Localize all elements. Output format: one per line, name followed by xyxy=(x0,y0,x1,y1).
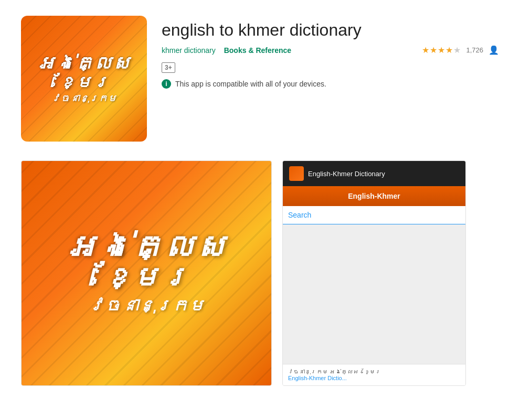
screenshot-large-bg: អង់គ្លេស ខ្មែរ វចនានុក្រម xyxy=(22,161,271,385)
ss-tab-bar[interactable]: English-Khmer xyxy=(283,186,465,206)
app-rating-row: ★ ★ ★ ★ ★ 1,726 👤 xyxy=(422,45,499,55)
star-3: ★ xyxy=(438,45,445,55)
app-icon: អង់គ្លេស ខ្មែរ វចនានុក្រម xyxy=(21,16,147,142)
info-icon: i xyxy=(162,79,171,89)
ss-content-area xyxy=(283,224,465,364)
screenshot-small[interactable]: English-Khmer Dictionary English-Khmer S… xyxy=(282,160,466,386)
screenshot-large[interactable]: អង់គ្លេស ខ្មែរ វចនានុក្រម xyxy=(21,160,272,386)
app-meta: khmer dictionary Books & Reference ★ ★ ★… xyxy=(162,45,499,55)
star-rating: ★ ★ ★ ★ ★ xyxy=(422,45,461,55)
app-icon-line3: វចនានុក្រម xyxy=(37,94,131,104)
age-rating-badge: 3+ xyxy=(162,62,175,73)
ss-app-icon-small xyxy=(289,166,304,181)
app-title: english to khmer dictionary xyxy=(162,20,499,40)
star-2: ★ xyxy=(430,45,437,55)
meta-left: khmer dictionary Books & Reference xyxy=(162,46,291,55)
ss-search-text: Search xyxy=(288,211,311,219)
app-icon-line2: ខ្មែរ xyxy=(37,73,131,92)
app-icon-background: អង់គ្លេស ខ្មែរ វចនានុក្រម xyxy=(21,16,147,142)
ss-footer-text1: វចនានុក្រម អង់គ្លេស ~ ខ្មែរ xyxy=(288,369,460,375)
star-5: ★ xyxy=(453,45,461,55)
screenshot-large-line2: ខ្មែរ xyxy=(34,263,259,292)
app-icon-wrapper: អង់គ្លេស ខ្មែរ វចនានុក្រម xyxy=(21,16,147,142)
ss-tab-label: English-Khmer xyxy=(348,192,400,200)
ss-footer: វចនានុក្រម អង់គ្លេស ~ ខ្មែរ English-Khme… xyxy=(283,364,465,385)
ss-topbar-title: English-Khmer Dictionary xyxy=(308,170,385,178)
app-category-link[interactable]: Books & Reference xyxy=(224,46,291,55)
app-icon-line1: អង់គ្លេស xyxy=(37,53,131,74)
ss-search-bar[interactable]: Search xyxy=(283,206,465,224)
screenshots-section: អង់គ្លេស ខ្មែរ វចនានុក្រម English-Khmer … xyxy=(21,160,499,386)
app-info: english to khmer dictionary khmer dictio… xyxy=(162,16,499,89)
compatibility-text: This app is compatible with all of your … xyxy=(175,80,326,88)
app-header: អង់គ្លេស ខ្មែរ វចនានុក្រម english to khm… xyxy=(21,16,499,142)
ss-topbar: English-Khmer Dictionary xyxy=(283,161,465,186)
ss-footer-text2: English-Khmer Dictio... xyxy=(288,375,460,381)
app-meta-row: khmer dictionary Books & Reference ★ ★ ★… xyxy=(162,45,499,55)
compatibility-row: i This app is compatible with all of you… xyxy=(162,79,499,89)
app-icon-text: អង់គ្លេស ខ្មែរ វចនានុក្រម xyxy=(37,53,131,105)
rating-count: 1,726 xyxy=(466,46,483,54)
user-icon: 👤 xyxy=(489,45,499,55)
star-4: ★ xyxy=(445,45,453,55)
screenshot-large-text: អង់គ្លេស ខ្មែរ វចនានុក្រម xyxy=(34,231,259,316)
star-1: ★ xyxy=(422,45,429,55)
screenshot-large-line1: អង់គ្លេស xyxy=(34,231,259,263)
app-developer-link[interactable]: khmer dictionary xyxy=(162,46,216,55)
page-container: អង់គ្លេស ខ្មែរ វចនានុក្រម english to khm… xyxy=(0,0,520,402)
screenshot-large-line3: វចនានុក្រម xyxy=(34,296,259,316)
